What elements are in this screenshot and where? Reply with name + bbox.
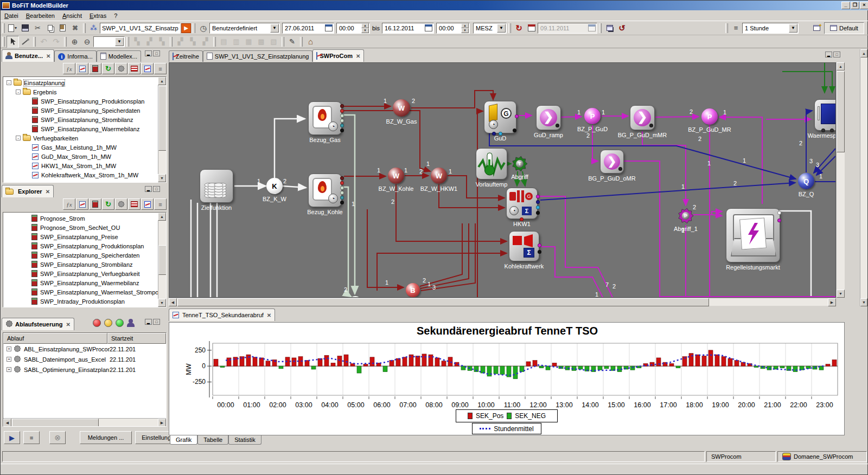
default-perspective-button[interactable]: Default — [824, 22, 864, 34]
layout-rows-icon[interactable]: ▤ — [218, 36, 230, 48]
scroll-down-icon[interactable]: ▼ — [860, 298, 867, 306]
select-tool-button[interactable] — [7, 36, 19, 48]
date-from-field[interactable]: 27.06.2011 — [282, 23, 334, 34]
node-bz_p_gud[interactable]: P — [584, 108, 601, 124]
tree-item[interactable]: -Ergebnis — [4, 87, 166, 97]
new-perspective-icon[interactable]: ✦ — [812, 22, 824, 34]
toolbar-grip[interactable] — [2, 37, 5, 47]
scroll-up-icon[interactable]: ▲ — [860, 49, 867, 57]
menu-bearbeiten[interactable]: Bearbeiten — [22, 11, 59, 20]
node-bz_k_w[interactable]: K — [266, 178, 283, 194]
calendar-today-icon[interactable] — [525, 22, 538, 34]
toolbar-grip[interactable] — [300, 37, 303, 47]
tab-swp-v1-uv1-sz-einsatzplanung[interactable]: SWP_V1_UV1_SZ_Einsatzplanung — [203, 50, 313, 62]
canvas-vscrollbar[interactable]: ▲ ▼ — [836, 62, 845, 298]
port-dot[interactable] — [536, 211, 540, 215]
distribute-h-icon[interactable]: ▞ — [174, 36, 187, 48]
model-select-icon[interactable]: ⁂ — [87, 22, 100, 34]
node-zielfunktion[interactable] — [200, 169, 233, 203]
ablauf-hscrollbar[interactable]: ◀ ▶ — [3, 418, 166, 426]
distribute-v-icon[interactable]: ▚ — [187, 36, 199, 48]
tree-item[interactable]: Kohlekraftwerk_Max_Strom_1h_MW — [4, 170, 166, 179]
node-bz_w_kohle[interactable]: W — [388, 168, 404, 184]
connector-tool-button[interactable] — [19, 36, 31, 48]
reference-date-field[interactable]: 09.11.2011 — [538, 23, 597, 34]
timezone-combo[interactable]: MESZ▼ — [473, 23, 507, 34]
abacus-button[interactable] — [128, 198, 141, 210]
reload-icon[interactable]: ↺ — [616, 22, 628, 34]
expander-icon[interactable]: - — [7, 80, 11, 85]
time-spinner[interactable]: ▲▼ — [461, 23, 469, 33]
tree-item[interactable]: SWP_Einsatzplanung_Speicherdaten — [4, 106, 166, 115]
column-header-startzeit[interactable]: Startzeit — [107, 333, 166, 344]
close-icon[interactable]: ✕ — [267, 312, 271, 318]
date-to-field[interactable]: 16.12.2011 — [382, 23, 434, 34]
tree-item[interactable]: -Verfuegbarkeiten — [4, 133, 166, 143]
copy-icon[interactable] — [44, 22, 56, 34]
status-green-icon[interactable] — [116, 319, 124, 327]
calendar-icon[interactable] — [425, 24, 432, 31]
zoom-level-combo[interactable]: ▼ — [93, 36, 125, 47]
save-to-db-icon[interactable] — [603, 22, 616, 34]
period-preset-combo[interactable]: Benutzerdefiniert▼ — [209, 23, 280, 34]
model-field[interactable]: SWP_V1_UV1_SZ_Einsatzp — [102, 25, 178, 31]
port-dot[interactable] — [499, 132, 502, 136]
menu-help[interactable]: ? — [110, 11, 121, 20]
time-spinner[interactable]: ▲▼ — [361, 23, 369, 33]
ablauf-row[interactable]: +SABL_Optimierung_Einsatzplanung22.11.20… — [3, 364, 166, 375]
node-abgriff_1[interactable]: P — [678, 208, 694, 224]
close-icon[interactable]: ✕ — [356, 53, 360, 59]
tree-item[interactable]: HKW1_Max_Strom_1h_MW — [4, 161, 166, 170]
maximize-panel-icon[interactable]: □ — [153, 50, 160, 56]
scroll-right-icon[interactable]: ▶ — [158, 419, 166, 427]
port-dot[interactable] — [340, 114, 344, 118]
explorer-item[interactable]: SWP_Intraday_Produktionsplan — [4, 297, 166, 306]
time-to-field[interactable]: 00:00▲▼ — [436, 23, 470, 34]
explorer-item[interactable]: SWP_Einsatzplanung_Produktionsplan — [4, 241, 166, 251]
close-button[interactable]: × — [860, 2, 868, 9]
scroll-up-icon[interactable]: ▲ — [158, 77, 166, 85]
node-bg_p_gud_omr[interactable]: ❯ — [600, 150, 624, 174]
toolbar-grip[interactable] — [2, 23, 5, 33]
run-model-button[interactable]: ▶ — [181, 23, 191, 33]
node-hkw1[interactable]: G◔Σ — [506, 188, 538, 219]
expander-icon[interactable]: + — [7, 367, 11, 372]
explorer-item[interactable]: SWP_Einsatzplanung_Verfuegbarkeit — [4, 269, 166, 278]
paste-icon[interactable] — [56, 22, 69, 34]
scroll-up-icon[interactable]: ▲ — [837, 62, 845, 70]
node-bz_q[interactable]: Q — [798, 173, 814, 189]
tree-item[interactable]: Gas_Max_Leistung_1h_MW — [4, 143, 166, 152]
align-right-icon[interactable]: ▚ — [156, 36, 168, 48]
settings-button[interactable] — [115, 198, 127, 210]
list-icon[interactable]: ≡ — [730, 22, 742, 34]
minimize-editor-icon[interactable]: ▂ — [825, 52, 832, 57]
maximize-editor-icon[interactable]: □ — [833, 52, 840, 57]
tree-item[interactable]: GuD_Max_Strom_1h_MW — [4, 152, 166, 161]
port-dot[interactable] — [536, 206, 540, 209]
refresh-icon[interactable]: ↻ — [513, 22, 525, 34]
grid-icon[interactable]: ▦ — [242, 36, 255, 48]
layout-auto-icon[interactable]: ▧ — [267, 36, 280, 48]
tree-item[interactable]: -Einsatzplanung — [4, 78, 166, 87]
status-yellow-icon[interactable] — [104, 319, 112, 327]
node-regelleistungsmarkt[interactable] — [726, 208, 780, 262]
tab-modellex[interactable]: Modellex... — [97, 50, 141, 62]
minimize-panel-icon[interactable]: ▂ — [145, 50, 152, 56]
explorer-item[interactable]: SWP_Einsatzplanung_Speicherdaten — [4, 251, 166, 260]
toolbar-grip[interactable] — [508, 23, 511, 33]
node-gud_ramp[interactable]: ❯ — [536, 105, 561, 130]
scroll-right-icon[interactable]: ▶ — [828, 298, 836, 306]
ablauf-row[interactable]: +SABL_Datenimport_aus_Excel22.11.201 — [3, 354, 166, 364]
collapse-all-button[interactable]: ≡ — [154, 63, 167, 74]
scroll-down-icon[interactable]: ▼ — [158, 299, 166, 307]
zoom-in-icon[interactable]: ⊕ — [68, 36, 81, 48]
toolbar-grip[interactable] — [213, 37, 216, 47]
port-dot[interactable] — [520, 217, 524, 221]
port-dot[interactable] — [340, 186, 344, 190]
chart-view-button[interactable] — [76, 63, 88, 74]
port-dot[interactable] — [340, 109, 344, 113]
explorer-item[interactable]: SWP_Einsatzplanung_Preise — [4, 232, 166, 241]
undo-icon[interactable]: ↶ — [37, 36, 50, 48]
layout-cols-icon[interactable]: ▥ — [230, 36, 242, 48]
minimize-button[interactable]: _ — [841, 2, 850, 9]
